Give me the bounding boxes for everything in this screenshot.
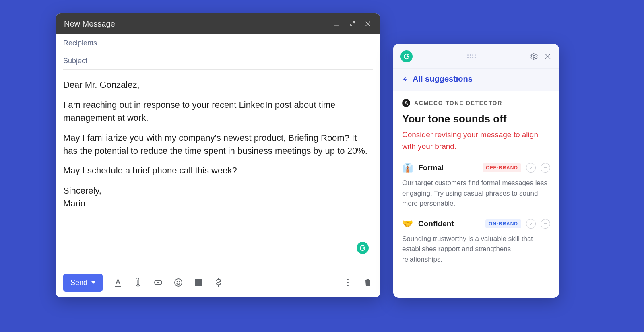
subject-field[interactable]: Subject (63, 52, 373, 70)
assistant-panel: All suggestions A ACMECO TONE DETECTOR Y… (393, 44, 559, 298)
compose-fields: Recipients Subject (56, 34, 380, 70)
compose-window: New Message Recipients Subject Dear Mr. … (56, 13, 380, 297)
tone-warning: Consider revising your message to align … (402, 129, 550, 152)
tone-item-formal: 👔 Formal OFF-BRAND Our target customers … (402, 163, 550, 209)
tone-title: Your tone sounds off (402, 113, 550, 125)
back-all-suggestions[interactable]: All suggestions (393, 69, 559, 91)
gear-icon[interactable] (530, 52, 538, 60)
more-icon[interactable] (343, 278, 353, 287)
tone-tag: OFF-BRAND (483, 163, 521, 172)
send-button-label: Send (70, 278, 87, 287)
format-icon[interactable] (113, 278, 123, 287)
chevron-down-icon (91, 281, 95, 284)
image-icon[interactable] (194, 278, 203, 287)
send-button[interactable]: Send (63, 274, 103, 292)
compose-header-controls (332, 20, 372, 27)
grammarly-badge-icon[interactable] (357, 242, 369, 254)
accept-button[interactable] (526, 219, 536, 229)
money-icon[interactable] (214, 278, 223, 287)
emoji-icon[interactable] (173, 278, 183, 287)
expand-icon[interactable] (349, 20, 356, 27)
tone-description: Our target customers find formal message… (402, 178, 550, 209)
tone-tag: ON-BRAND (485, 219, 521, 228)
compose-header: New Message (56, 13, 380, 34)
back-label: All suggestions (413, 74, 473, 84)
dismiss-button[interactable] (541, 219, 550, 229)
handshake-icon: 🤝 (402, 219, 413, 229)
minimize-icon[interactable] (332, 20, 340, 27)
recipients-field[interactable]: Recipients (63, 34, 373, 52)
close-icon[interactable] (544, 52, 552, 60)
svg-point-3 (179, 281, 180, 283)
svg-point-4 (347, 279, 349, 280)
svg-point-1 (175, 279, 182, 286)
grammarly-logo-icon[interactable] (400, 50, 413, 62)
arrow-left-icon (401, 76, 409, 83)
compose-body[interactable]: Dear Mr. Gonzalez, I am reaching out in … (56, 70, 380, 268)
body-paragraph: Dear Mr. Gonzalez, (63, 78, 373, 91)
detector-line: A ACMECO TONE DETECTOR (402, 99, 550, 107)
body-paragraph: Sincerely, Mario (63, 184, 373, 210)
detector-label: ACMECO TONE DETECTOR (414, 100, 502, 106)
body-paragraph: May I familiarize you with my company's … (63, 132, 373, 157)
tone-item-confident: 🤝 Confident ON-BRAND Sounding trustworth… (402, 219, 550, 265)
shirt-icon: 👔 (402, 163, 413, 173)
detector-badge: A (402, 99, 410, 107)
compose-title: New Message (64, 19, 332, 29)
drag-handle-icon[interactable] (467, 54, 476, 58)
svg-point-7 (533, 55, 535, 57)
panel-header (393, 44, 559, 69)
accept-button[interactable] (526, 163, 536, 173)
svg-point-2 (177, 281, 178, 283)
panel-body: A ACMECO TONE DETECTOR Your tone sounds … (393, 91, 559, 298)
body-paragraph: May I schedule a brief phone call this w… (63, 164, 373, 177)
compose-footer: Send (56, 268, 380, 297)
tone-name: Formal (418, 163, 478, 172)
attach-icon[interactable] (133, 278, 143, 287)
svg-point-6 (347, 285, 349, 286)
tone-description: Sounding trustworthy is a valuable skill… (402, 234, 550, 265)
body-paragraph: I am reaching out in response to your re… (63, 99, 373, 124)
close-icon[interactable] (365, 20, 372, 27)
tone-name: Confident (418, 219, 481, 228)
trash-icon[interactable] (363, 278, 373, 287)
dismiss-button[interactable] (541, 163, 550, 173)
link-icon[interactable] (153, 278, 163, 287)
svg-point-5 (347, 282, 349, 283)
svg-rect-0 (334, 26, 339, 27)
